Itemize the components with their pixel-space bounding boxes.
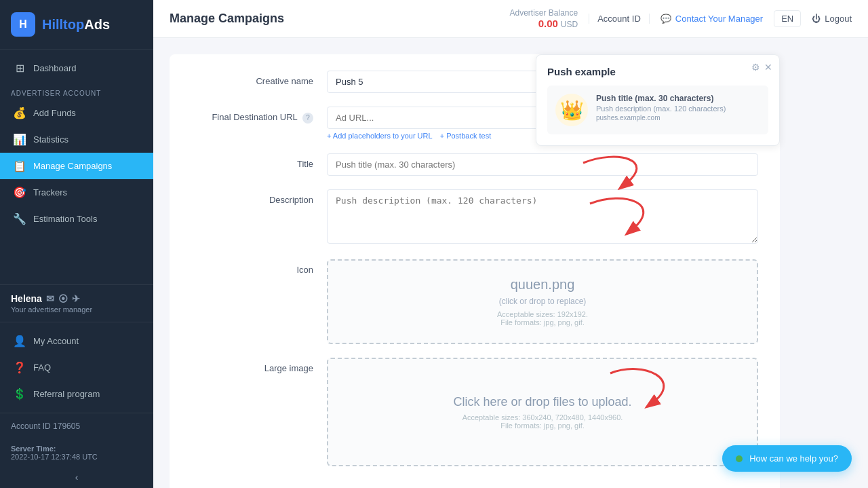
icon-filename: quuen.png xyxy=(344,277,741,293)
icon-label: Icon xyxy=(191,259,327,275)
contact-manager-button[interactable]: 💬 Contact Your Manager xyxy=(660,14,763,24)
sidebar-item-faq[interactable]: ❓ FAQ xyxy=(0,354,153,381)
form-section: ⚙ ✕ Push example 👑 Push title (max. 30 c… xyxy=(170,54,780,488)
statistics-icon: 📊 xyxy=(13,133,26,146)
title-row: Title xyxy=(191,153,758,176)
chat-online-dot xyxy=(736,455,743,462)
push-example-icon: 👑 xyxy=(555,94,588,126)
sidebar-item-label: Dashboard xyxy=(33,63,77,73)
large-image-label: Large image xyxy=(191,358,327,373)
email-icon[interactable]: ✉ xyxy=(46,293,54,304)
advertiser-balance: Advertiser Balance 0.00 USD xyxy=(509,8,578,29)
telegram-icon[interactable]: ✈ xyxy=(72,293,80,304)
large-image-row: Large image Click here or drop files to … xyxy=(191,358,758,466)
description-input[interactable] xyxy=(327,189,758,244)
push-example-body: 👑 Push title (max. 30 characters) Push d… xyxy=(547,86,768,134)
icon-upload-zone[interactable]: quuen.png (click or drop to replace) Acc… xyxy=(327,259,758,344)
add-funds-icon: 💰 xyxy=(13,107,26,119)
header-right: Advertiser Balance 0.00 USD Account ID 💬… xyxy=(509,8,852,29)
settings-icon[interactable]: ⚙ xyxy=(751,62,760,73)
sidebar-item-estimation-tools[interactable]: 🔧 Estimation Tools xyxy=(0,206,153,232)
sidebar-manager: Helena ✉ ⦿ ✈ Your advertiser manager xyxy=(0,284,153,322)
skype-icon[interactable]: ⦿ xyxy=(58,293,68,304)
push-url-preview: pushes.example.com xyxy=(596,114,726,121)
sidebar-item-add-funds[interactable]: 💰 Add Funds xyxy=(0,100,153,126)
icon-row: Icon quuen.png (click or drop to replace… xyxy=(191,259,758,344)
sidebar-item-label: My Account xyxy=(33,336,79,346)
my-account-icon: 👤 xyxy=(13,335,26,348)
title-wrap xyxy=(327,153,758,176)
creative-name-label: Creative name xyxy=(191,71,327,86)
sidebar-nav: ⊞ Dashboard ADVERTISER ACCOUNT 💰 Add Fun… xyxy=(0,50,153,284)
description-wrap xyxy=(327,189,758,246)
header-account-id: Account ID xyxy=(589,14,650,24)
chat-label: How can we help you? xyxy=(749,453,838,464)
sidebar-item-manage-campaigns[interactable]: 📋 Manage Campaigns xyxy=(0,153,153,179)
chat-widget[interactable]: How can we help you? xyxy=(722,445,852,472)
icon-wrap: quuen.png (click or drop to replace) Acc… xyxy=(327,259,758,344)
large-image-upload-zone[interactable]: Click here or drop files to upload. Acce… xyxy=(327,358,758,466)
sidebar-item-label: FAQ xyxy=(33,362,51,373)
language-selector[interactable]: EN xyxy=(774,10,801,27)
postback-test-link[interactable]: + Postback test xyxy=(440,132,492,140)
logo-text: HilltopAds xyxy=(42,17,110,33)
content: ⚙ ✕ Push example 👑 Push title (max. 30 c… xyxy=(153,38,868,488)
sidebar-item-label: Add Funds xyxy=(33,108,76,118)
title-input[interactable] xyxy=(327,153,758,176)
push-example-controls: ⚙ ✕ xyxy=(751,62,772,73)
help-icon[interactable]: ? xyxy=(302,113,313,124)
logo[interactable]: H HilltopAds xyxy=(0,0,153,50)
referral-icon: 💲 xyxy=(13,388,26,400)
description-label: Description xyxy=(191,189,327,205)
icon-click-hint: (click or drop to replace) xyxy=(344,297,741,306)
server-time-label: Server Time: xyxy=(11,445,142,453)
manager-name: Helena ✉ ⦿ ✈ xyxy=(11,293,142,304)
sidebar-item-label: Manage Campaigns xyxy=(33,161,112,171)
sidebar-item-label: Trackers xyxy=(33,187,67,198)
large-image-text: Click here or drop files to upload. xyxy=(453,395,631,409)
icon-sizes: Acceptable sizes: 192x192. xyxy=(344,310,741,318)
push-example-text: Push title (max. 30 characters) Push des… xyxy=(596,94,726,121)
push-example-title: Push example xyxy=(547,66,768,77)
large-image-wrap: Click here or drop files to upload. Acce… xyxy=(327,358,758,466)
faq-icon: ❓ xyxy=(13,361,26,374)
balance-label: Advertiser Balance xyxy=(509,8,578,18)
icon-formats: File formats: jpg, png, gif. xyxy=(344,318,741,326)
server-time-value: 2022-10-17 12:37:48 UTC xyxy=(11,453,142,461)
sidebar-bottom: 👤 My Account ❓ FAQ 💲 Referral program xyxy=(0,322,153,413)
add-placeholders-link[interactable]: + Add placeholders to your URL xyxy=(327,132,433,140)
chat-icon: 💬 xyxy=(660,14,671,24)
title-label: Title xyxy=(191,153,327,169)
sidebar: H HilltopAds ⊞ Dashboard ADVERTISER ACCO… xyxy=(0,0,153,488)
sidebar-item-label: Statistics xyxy=(33,134,68,145)
sidebar-item-referral[interactable]: 💲 Referral program xyxy=(0,381,153,407)
final-destination-label: Final Destination URL ? xyxy=(191,107,327,124)
trackers-icon: 🎯 xyxy=(13,186,26,199)
manage-campaigns-icon: 📋 xyxy=(13,159,26,172)
large-image-sizes: Acceptable sizes: 360x240, 720x480, 1440… xyxy=(462,413,623,421)
page-title: Manage Campaigns xyxy=(170,12,284,26)
server-time: Server Time: 2022-10-17 12:37:48 UTC xyxy=(0,439,153,466)
sidebar-item-dashboard[interactable]: ⊞ Dashboard xyxy=(0,55,153,81)
push-example-panel: ⚙ ✕ Push example 👑 Push title (max. 30 c… xyxy=(536,54,780,146)
logout-icon: ⏻ xyxy=(812,14,821,24)
estimation-tools-icon: 🔧 xyxy=(13,212,26,225)
sidebar-item-label: Referral program xyxy=(33,389,100,399)
balance-amount: 0.00 USD xyxy=(509,18,578,29)
push-title-preview: Push title (max. 30 characters) xyxy=(596,94,726,103)
sidebar-item-my-account[interactable]: 👤 My Account xyxy=(0,328,153,354)
dashboard-icon: ⊞ xyxy=(13,62,26,75)
add-campaign-wrap: Add campaign xyxy=(191,480,758,488)
sidebar-collapse-button[interactable]: ‹ xyxy=(0,466,153,488)
sidebar-item-trackers[interactable]: 🎯 Trackers xyxy=(0,179,153,206)
large-image-formats: File formats: jpg, png, gif. xyxy=(500,421,585,430)
close-icon[interactable]: ✕ xyxy=(764,62,772,73)
description-row: Description xyxy=(191,189,758,246)
push-desc-preview: Push description (max. 120 characters) xyxy=(596,105,726,113)
sidebar-section-label: ADVERTISER ACCOUNT xyxy=(0,81,153,100)
sidebar-item-statistics[interactable]: 📊 Statistics xyxy=(0,126,153,153)
sidebar-account-id: Account ID 179605 xyxy=(0,413,153,439)
logout-button[interactable]: ⏻ Logout xyxy=(812,14,852,24)
logo-icon: H xyxy=(11,12,35,37)
main-container: Manage Campaigns Advertiser Balance 0.00… xyxy=(153,0,868,488)
